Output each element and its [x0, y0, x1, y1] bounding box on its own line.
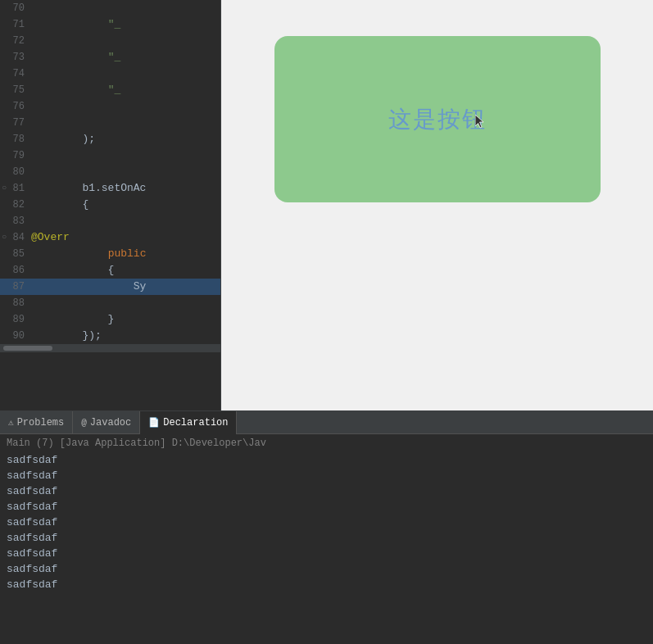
line-number: 88 — [0, 295, 31, 311]
line-number: 87 — [0, 279, 31, 295]
line-content: @Overr — [31, 229, 70, 246]
app-preview-panel: 这是按钮 — [221, 0, 653, 410]
console-line: sadfsdaf — [7, 483, 646, 499]
tabs-bar: ⚠Problems@Javadoc📄Declaration — [0, 411, 653, 434]
declaration-tab-label: Declaration — [163, 417, 228, 429]
line-content: public — [31, 246, 146, 262]
console-output: Main (7) [Java Application] D:\Developer… — [0, 434, 653, 644]
tab-javadoc[interactable]: @Javadoc — [73, 411, 140, 434]
console-lines: sadfsdafsadfsdafsadfsdafsadfsdafsadfsdaf… — [7, 452, 646, 592]
line-number: 70 — [0, 0, 31, 16]
console-line: sadfsdaf — [7, 577, 646, 592]
code-line: 83 — [0, 213, 220, 229]
declaration-tab-icon: 📄 — [148, 417, 160, 428]
code-line: 74 — [0, 66, 220, 82]
tab-problems[interactable]: ⚠Problems — [0, 411, 73, 434]
javadoc-tab-icon: @ — [81, 418, 87, 428]
line-number: 78 — [0, 131, 31, 147]
tab-declaration[interactable]: 📄Declaration — [140, 411, 237, 434]
code-line: 87 Sy — [0, 279, 220, 295]
line-content: "_ — [31, 16, 120, 33]
code-line: 70 — [0, 0, 220, 16]
line-number: 82 — [0, 197, 31, 213]
horizontal-scrollbar[interactable] — [0, 344, 220, 352]
line-content: { — [31, 262, 114, 279]
bottom-panel: ⚠Problems@Javadoc📄Declaration Main (7) [… — [0, 410, 653, 644]
code-line: 86 { — [0, 262, 220, 279]
line-content: } — [31, 311, 114, 328]
line-content: ); — [31, 131, 95, 147]
line-number: 84 — [0, 229, 31, 246]
line-number: 81 — [0, 180, 31, 197]
line-content: "_ — [31, 82, 120, 98]
code-line: 78 ); — [0, 131, 220, 147]
main-area: 7071 "_7273 "_7475 "_767778 );798081 b1.… — [0, 0, 653, 410]
line-number: 79 — [0, 147, 31, 164]
code-line: 82 { — [0, 197, 220, 213]
console-line: sadfsdaf — [7, 468, 646, 483]
problems-tab-label: Problems — [17, 417, 65, 429]
console-line: sadfsdaf — [7, 515, 646, 530]
android-screen: 这是按钮 — [274, 36, 601, 202]
line-number: 76 — [0, 98, 31, 115]
code-line: 71 "_ — [0, 16, 220, 33]
code-line: 81 b1.setOnAc — [0, 180, 220, 197]
line-content: }); — [31, 328, 102, 344]
button-label[interactable]: 这是按钮 — [388, 104, 487, 135]
line-number: 80 — [0, 164, 31, 180]
line-number: 75 — [0, 82, 31, 98]
console-title: Main (7) [Java Application] D:\Developer… — [7, 438, 646, 449]
code-line: 79 — [0, 147, 220, 164]
code-line: 80 — [0, 164, 220, 180]
code-line: 75 "_ — [0, 82, 220, 98]
line-content: { — [31, 197, 88, 213]
code-line: 85 public — [0, 246, 220, 262]
line-number: 71 — [0, 16, 31, 33]
code-lines: 7071 "_7273 "_7475 "_767778 );798081 b1.… — [0, 0, 220, 344]
line-number: 72 — [0, 33, 31, 49]
code-line: 77 — [0, 115, 220, 131]
line-content: b1.setOnAc — [31, 180, 146, 197]
line-content: "_ — [31, 49, 120, 66]
line-number: 77 — [0, 115, 31, 131]
line-number: 86 — [0, 262, 31, 279]
line-number: 83 — [0, 213, 31, 229]
code-line: 88 — [0, 295, 220, 311]
code-line: 72 — [0, 33, 220, 49]
scrollbar-thumb[interactable] — [3, 346, 52, 351]
line-number: 90 — [0, 328, 31, 344]
line-number: 85 — [0, 246, 31, 262]
line-number: 73 — [0, 49, 31, 66]
code-editor-panel: 7071 "_7273 "_7475 "_767778 );798081 b1.… — [0, 0, 221, 410]
code-line: 84@Overr — [0, 229, 220, 246]
console-line: sadfsdaf — [7, 452, 646, 468]
code-line: 73 "_ — [0, 49, 220, 66]
javadoc-tab-label: Javadoc — [90, 417, 131, 429]
console-line: sadfsdaf — [7, 546, 646, 561]
console-line: sadfsdaf — [7, 561, 646, 577]
code-line: 76 — [0, 98, 220, 115]
line-number: 74 — [0, 66, 31, 82]
code-line: 90 }); — [0, 328, 220, 344]
problems-tab-icon: ⚠ — [8, 417, 14, 428]
line-content: Sy — [31, 279, 146, 295]
console-line: sadfsdaf — [7, 499, 646, 515]
code-line: 89 } — [0, 311, 220, 328]
line-number: 89 — [0, 311, 31, 328]
console-line: sadfsdaf — [7, 530, 646, 546]
